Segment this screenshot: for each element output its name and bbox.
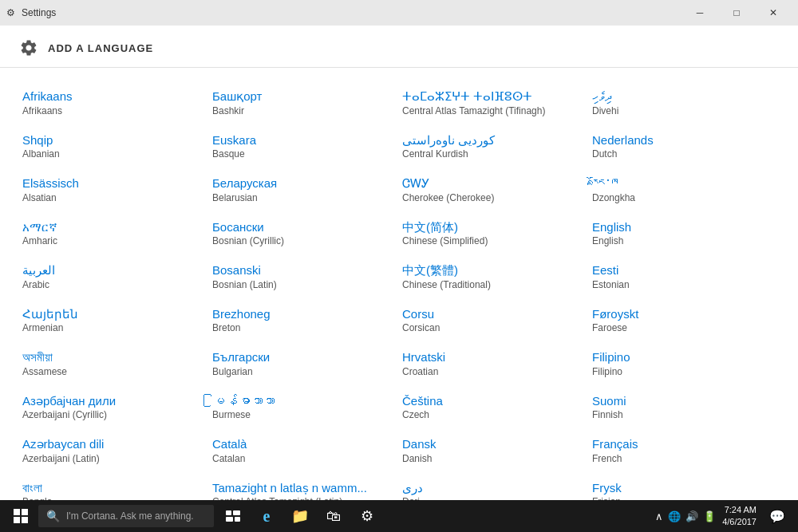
title-bar-left: ⚙ Settings xyxy=(6,7,56,18)
language-name: ⵜⴰⵎⴰⵣⵉⵖⵜ ⵜⴰⵏⴼⵓⵙⵜ xyxy=(402,89,583,104)
language-item[interactable]: EuskaraBasque xyxy=(209,124,399,168)
language-item[interactable]: NederlandsDutch xyxy=(589,124,779,168)
language-item[interactable]: BosanskiBosnian (Latin) xyxy=(209,254,399,298)
language-item[interactable]: አማርኛAmharic xyxy=(19,211,209,255)
language-name: Afrikaans xyxy=(22,89,203,104)
taskbar-clock[interactable]: 7:24 AM 4/6/2017 xyxy=(722,504,757,529)
language-list-content[interactable]: AfrikaansAfrikaansБашқортBashkirⵜⴰⵎⴰⵣⵉⵖⵜ… xyxy=(0,68,798,500)
language-item[interactable]: ČeštinaCzech xyxy=(399,385,589,429)
language-name: ދިވެހި xyxy=(592,89,772,104)
store-button[interactable]: 🛍 xyxy=(318,500,350,532)
clock-date: 4/6/2017 xyxy=(722,516,757,528)
page-title: ADD A LANGUAGE xyxy=(48,42,153,54)
edge-browser-button[interactable]: e xyxy=(251,500,282,532)
language-item[interactable]: ᏣᎳᎩCherokee (Cherokee) xyxy=(399,167,589,211)
app-header: ADD A LANGUAGE xyxy=(0,26,798,68)
language-item[interactable]: العربيةArabic xyxy=(19,254,209,298)
svg-rect-3 xyxy=(22,517,28,523)
language-name: English xyxy=(592,219,772,235)
language-name: کوردیی ناوەراستی xyxy=(402,132,583,148)
svg-rect-4 xyxy=(226,510,231,515)
language-native-name: Faroese xyxy=(592,322,772,333)
language-item[interactable]: БашқортBashkir xyxy=(209,81,399,124)
language-native-name: Estonian xyxy=(592,279,772,290)
settings-gear-icon xyxy=(19,38,38,57)
language-name: Shqip xyxy=(22,132,203,148)
language-item[interactable]: CatalàCatalan xyxy=(209,428,399,472)
language-item[interactable]: རྫོང་ཁDzongkha xyxy=(589,167,779,211)
language-native-name: Basque xyxy=(212,148,393,160)
language-item[interactable]: FøroysktFaroese xyxy=(589,298,779,342)
language-item[interactable]: Tamazight n latlaṣ n wamm...Central Atla… xyxy=(209,472,399,501)
language-native-name: Cherokee (Cherokee) xyxy=(402,192,583,203)
language-native-name: Danish xyxy=(402,453,583,464)
language-item[interactable]: ՀայերենArmenian xyxy=(19,298,209,342)
language-item[interactable]: БългарскиBulgarian xyxy=(209,341,399,385)
language-item[interactable]: 中文(简体)Chinese (Simplified) xyxy=(399,211,589,255)
battery-icon[interactable]: 🔋 xyxy=(703,510,716,522)
tray-chevron-icon[interactable]: ∧ xyxy=(655,510,663,522)
svg-rect-6 xyxy=(226,517,233,522)
language-item[interactable]: FilipinoFilipino xyxy=(589,341,779,385)
language-item[interactable]: کوردیی ناوەراستیCentral Kurdish xyxy=(399,124,589,168)
language-item[interactable]: Azərbaycan diliAzerbaijani (Latin) xyxy=(19,428,209,472)
language-item[interactable]: EestiEstonian xyxy=(589,254,779,298)
language-name: Nederlands xyxy=(592,132,772,148)
language-name: العربية xyxy=(22,262,203,278)
language-item[interactable]: বাংলাBangla xyxy=(19,472,209,501)
task-view-button[interactable] xyxy=(217,500,249,532)
svg-rect-1 xyxy=(22,509,28,515)
language-name: Frysk xyxy=(592,480,772,496)
language-item[interactable]: DanskDanish xyxy=(399,428,589,472)
language-item[interactable]: 中文(繁體)Chinese (Traditional) xyxy=(399,254,589,298)
language-item[interactable]: AfrikaansAfrikaans xyxy=(19,81,209,124)
title-bar-icon: ⚙ xyxy=(6,7,15,18)
language-name: Tamazight n latlaṣ n wamm... xyxy=(212,480,393,496)
language-native-name: Chinese (Traditional) xyxy=(402,279,583,290)
language-item[interactable]: ShqipAlbanian xyxy=(19,124,209,168)
minimize-button[interactable]: ─ xyxy=(681,0,718,26)
language-native-name: Central Atlas Tamazight (Tifinagh) xyxy=(402,105,583,116)
language-item[interactable]: FrançaisFrench xyxy=(589,428,779,472)
notifications-button[interactable]: 💬 xyxy=(763,502,792,530)
cortana-search[interactable]: 🔍 I'm Cortana. Ask me anything. xyxy=(38,505,214,527)
language-native-name: Breton xyxy=(212,322,393,333)
language-name: Français xyxy=(592,436,772,452)
language-name: 中文(简体) xyxy=(402,219,583,235)
language-item[interactable]: Азәрбајчан дилиAzerbaijani (Cyrillic) xyxy=(19,385,209,429)
language-native-name: Chinese (Simplified) xyxy=(402,235,583,246)
language-native-name: Armenian xyxy=(22,322,203,333)
language-item[interactable]: ދިވެހިDivehi xyxy=(589,81,779,124)
language-item[interactable]: HrvatskiCroatian xyxy=(399,341,589,385)
title-bar: ⚙ Settings ─ □ ✕ xyxy=(0,0,798,26)
network-icon[interactable]: 🌐 xyxy=(668,510,681,522)
language-item[interactable]: دریDari xyxy=(399,472,589,501)
language-name: دری xyxy=(402,480,583,496)
svg-rect-2 xyxy=(14,517,20,523)
close-button[interactable]: ✕ xyxy=(755,0,792,26)
language-item[interactable]: SuomiFinnish xyxy=(589,385,779,429)
language-item[interactable]: BrezhonegBreton xyxy=(209,298,399,342)
language-item[interactable]: БеларускаяBelarusian xyxy=(209,167,399,211)
svg-rect-7 xyxy=(235,517,240,522)
language-item[interactable]: ⵜⴰⵎⴰⵣⵉⵖⵜ ⵜⴰⵏⴼⵓⵙⵜCentral Atlas Tamazight … xyxy=(399,81,589,124)
language-name: 中文(繁體) xyxy=(402,262,583,278)
language-name: Dansk xyxy=(402,436,583,452)
language-native-name: Albanian xyxy=(22,148,203,160)
language-name: Català xyxy=(212,436,393,452)
language-item[interactable]: БосанскиBosnian (Cyrillic) xyxy=(209,211,399,255)
language-item[interactable]: ElsässischAlsatian xyxy=(19,167,209,211)
maximize-button[interactable]: □ xyxy=(718,0,755,26)
language-item[interactable]: অসমীয়াAssamese xyxy=(19,341,209,385)
language-item[interactable]: EnglishEnglish xyxy=(589,211,779,255)
title-bar-controls: ─ □ ✕ xyxy=(681,0,792,26)
language-native-name: Croatian xyxy=(402,366,583,377)
volume-icon[interactable]: 🔊 xyxy=(685,510,698,522)
language-item[interactable]: မြန်မာဘာသာBurmese xyxy=(209,385,399,429)
settings-taskbar-button[interactable]: ⚙ xyxy=(351,500,383,532)
language-item[interactable]: CorsuCorsican xyxy=(399,298,589,342)
language-item[interactable]: FryskFrisian xyxy=(589,472,779,501)
start-button[interactable] xyxy=(6,502,35,530)
language-name: Български xyxy=(212,349,393,365)
file-explorer-button[interactable]: 📁 xyxy=(284,500,316,532)
